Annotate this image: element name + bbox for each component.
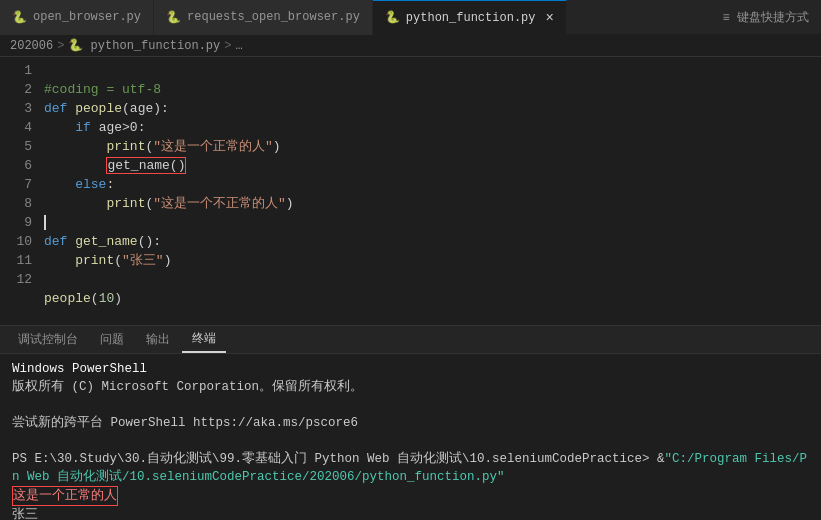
breadcrumb-part-2[interactable]: 🐍 python_function.py (68, 38, 220, 53)
tab-label-python-function: python_function.py (406, 11, 536, 25)
code-lines[interactable]: #coding = utf-8 def people(age): if age>… (40, 57, 821, 325)
bottom-panel: 调试控制台 问题 输出 终端 Windows PowerShell 版权所有 (… (0, 325, 821, 520)
terminal-line-4: 尝试新的跨平台 PowerShell https://aka.ms/pscore… (12, 414, 809, 432)
code-line-2: def people(age): (44, 101, 169, 116)
terminal-body[interactable]: Windows PowerShell 版权所有 (C) Microsoft Co… (0, 354, 821, 520)
tab-terminal[interactable]: 终端 (182, 326, 226, 353)
tab-output[interactable]: 输出 (136, 327, 180, 352)
line-numbers: 1 2 3 4 5 6 7 8 9 10 11 12 (0, 57, 40, 325)
tab-close-button[interactable]: × (545, 10, 553, 26)
terminal-line-1: Windows PowerShell (12, 360, 809, 378)
code-line-4: print("这是一个正常的人") (44, 139, 281, 154)
terminal-line-8: 这是一个正常的人 (12, 486, 809, 506)
tab-python-function[interactable]: 🐍 python_function.py × (373, 0, 567, 35)
keyboard-shortcut-label[interactable]: ≡ 键盘快捷方式 (711, 9, 821, 26)
python-icon-2: 🐍 (166, 10, 181, 25)
terminal-line-7: n Web 自动化测试/10.seleniumCodePractice/2020… (12, 468, 809, 486)
panel-tab-bar: 调试控制台 问题 输出 终端 (0, 326, 821, 354)
tab-problems[interactable]: 问题 (90, 327, 134, 352)
code-line-11 (44, 272, 52, 287)
tab-label-requests: requests_open_browser.py (187, 10, 360, 24)
code-line-7: print("这是一个不正常的人") (44, 196, 294, 211)
keyboard-shortcut-text: ≡ 键盘快捷方式 (723, 9, 809, 26)
breadcrumb-sep-1: > (57, 39, 64, 53)
terminal-line-6: PS E:\30.Study\30.自动化测试\99.零基础入门 Python … (12, 450, 809, 468)
tab-requests-open-browser[interactable]: 🐍 requests_open_browser.py (154, 0, 373, 35)
breadcrumb-part-1[interactable]: 202006 (10, 39, 53, 53)
code-line-10: print("张三") (44, 253, 171, 268)
terminal-line-9: 张三 (12, 506, 809, 520)
breadcrumb-part-3: … (235, 39, 242, 53)
python-icon-1: 🐍 (12, 10, 27, 25)
breadcrumb-sep-2: > (224, 39, 231, 53)
code-line-5: get_name() (44, 157, 186, 174)
terminal-line-2: 版权所有 (C) Microsoft Corporation。保留所有权利。 (12, 378, 809, 396)
tab-label-open-browser: open_browser.py (33, 10, 141, 24)
tab-bar: 🐍 open_browser.py 🐍 requests_open_browse… (0, 0, 821, 35)
code-line-1: #coding = utf-8 (44, 82, 161, 97)
code-line-9: def get_name(): (44, 234, 161, 249)
terminal-line-3 (12, 396, 809, 414)
code-line-3: if age>0: (44, 120, 145, 135)
tab-debug-console[interactable]: 调试控制台 (8, 327, 88, 352)
code-line-8 (44, 215, 54, 230)
code-line-12: people(10) (44, 291, 122, 306)
code-editor: 1 2 3 4 5 6 7 8 9 10 11 12 #coding = utf… (0, 57, 821, 325)
tab-open-browser[interactable]: 🐍 open_browser.py (0, 0, 154, 35)
breadcrumb: 202006 > 🐍 python_function.py > … (0, 35, 821, 57)
code-line-6: else: (44, 177, 114, 192)
python-icon-3: 🐍 (385, 10, 400, 25)
terminal-line-5 (12, 432, 809, 450)
